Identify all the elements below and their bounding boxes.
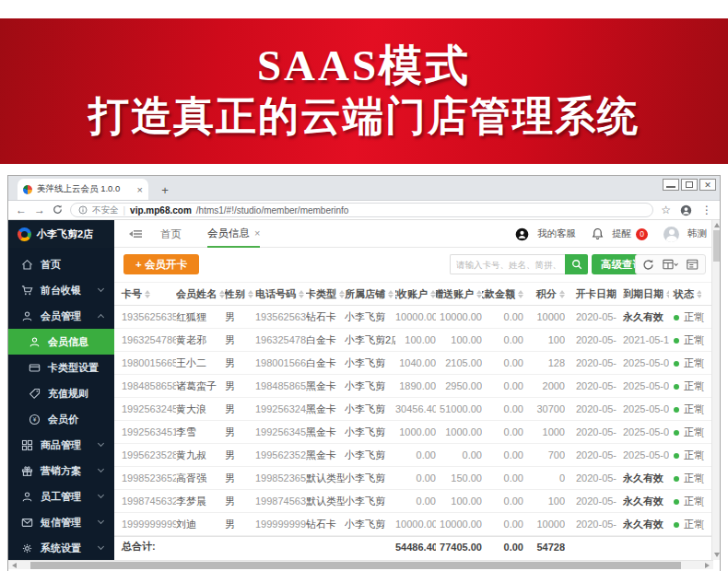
table-row[interactable]: 19800156652王小二男19800156652白金卡小李飞剪1040.00… <box>114 352 713 375</box>
profile-icon[interactable] <box>680 204 692 216</box>
bookmark-star-icon[interactable]: ☆ <box>661 204 671 216</box>
reload-icon[interactable] <box>53 204 63 216</box>
column-header-card-type[interactable]: 卡类型 <box>306 287 345 301</box>
close-icon[interactable]: ✕ <box>699 179 716 191</box>
sidebar-item-marketing[interactable]: 营销方案 <box>8 458 114 484</box>
column-header-name[interactable]: 会员姓名 <box>176 287 225 301</box>
tab-close-icon[interactable]: × <box>137 184 143 195</box>
cell-phone: 19985236523 <box>255 472 306 484</box>
vertical-scrollbar[interactable] <box>711 220 720 560</box>
row-action-clipped: [ <box>701 381 710 391</box>
url-bar[interactable]: 不安全 | vip.mp68.com/htms1/#!/studio/membe… <box>70 203 653 217</box>
cell-points: 0 <box>523 472 565 484</box>
table-row[interactable]: 19848586585诸葛蛮子男19848586585黑金卡小李飞剪1890.0… <box>114 375 713 398</box>
cell-points: 2000 <box>523 380 565 391</box>
table-row[interactable]: 19985236523高胥强男19985236523默认类型小李飞剪0.0015… <box>114 467 713 490</box>
column-header-open-date[interactable]: 开卡日期 <box>565 287 616 301</box>
table-row[interactable]: 19925632456黄大浪男19925632456黑金卡小李飞剪30456.4… <box>114 398 713 421</box>
column-header-points[interactable]: 积分 <box>523 287 565 301</box>
vertical-scroll-thumb[interactable] <box>713 230 720 262</box>
status-label: 正常 <box>684 311 701 322</box>
cell-store: 小李飞剪 <box>345 379 395 393</box>
tab-home[interactable]: 首页 <box>160 220 182 248</box>
refresh-icon[interactable] <box>642 259 654 271</box>
sidebar-item-settings[interactable]: 系统设置 <box>8 535 114 561</box>
column-header-gift[interactable]: 赠送账户 <box>436 287 482 301</box>
table-row[interactable]: 19999999999刘迪男19999999999钻石卡小李飞剪10000.00… <box>114 513 713 536</box>
tab-member-info[interactable]: 会员信息 × <box>207 220 260 248</box>
column-header-debt[interactable]: 欠款金额 <box>482 287 523 301</box>
cell-phone: 19800156652 <box>255 357 306 368</box>
cell-card-type: 默认类型 <box>306 495 345 508</box>
back-icon[interactable]: ← <box>16 204 27 216</box>
sidebar-item-member-mgmt[interactable]: 会员管理 <box>8 303 114 329</box>
user-name[interactable]: 韩测 <box>687 227 707 240</box>
column-header-expire-date[interactable]: 到期日期 <box>616 287 669 301</box>
table-tools <box>635 254 706 274</box>
sidebar-collapse-icon[interactable] <box>128 227 143 240</box>
layout-icon[interactable] <box>687 259 699 271</box>
cell-status: 正常 <box>669 425 701 439</box>
notice-label[interactable]: 提醒 <box>612 227 631 240</box>
sidebar-item-staff[interactable]: 员工管理 <box>8 484 114 509</box>
bell-icon[interactable] <box>592 227 604 240</box>
column-header-status[interactable]: 状态 <box>669 287 701 301</box>
scroll-up-icon[interactable] <box>714 223 720 227</box>
customer-service-icon[interactable] <box>515 227 529 241</box>
sidebar-item-member-price[interactable]: ¥会员价 <box>8 406 114 432</box>
column-header-phone[interactable]: 电话号码 <box>255 287 306 301</box>
search-button[interactable] <box>565 254 588 274</box>
user-avatar[interactable] <box>663 227 679 242</box>
forward-icon[interactable]: → <box>34 204 45 216</box>
table-row[interactable]: 19925634512李雪男19925634512黑金卡小李飞剪1000.001… <box>114 421 713 444</box>
browser-menu-icon[interactable]: ⋮ <box>701 204 712 216</box>
search-input[interactable] <box>450 254 565 274</box>
cell-phone: 19999999999 <box>255 519 306 530</box>
cell-gender: 男 <box>225 356 255 370</box>
sidebar-item-card-type[interactable]: 卡类型设置 <box>8 355 114 380</box>
table-row[interactable]: 19632547869黄老邪男19632547869白金卡小李飞剪2店100.0… <box>114 329 713 352</box>
sort-icon[interactable] <box>145 290 150 298</box>
sort-icon[interactable] <box>248 290 253 298</box>
tab-close-icon[interactable]: × <box>254 227 260 239</box>
cell-name: 李雪 <box>176 425 225 439</box>
column-header-gender[interactable]: 性别 <box>225 287 255 301</box>
customer-service-label[interactable]: 我的客服 <box>537 227 576 240</box>
column-header-card-no[interactable]: 卡号 <box>114 287 176 301</box>
sort-icon[interactable] <box>388 290 393 298</box>
column-header-label: 状态 <box>674 287 694 301</box>
row-action-clipped: [ <box>701 404 710 414</box>
new-tab-button[interactable]: + <box>158 183 172 197</box>
horizontal-scrollbar[interactable] <box>8 560 713 569</box>
sidebar-item-home[interactable]: 首页 <box>8 251 114 277</box>
cell-paid: 1000.00 <box>395 426 436 437</box>
sidebar-item-label: 会员信息 <box>48 335 88 349</box>
cell-card-no: 19987456325 <box>114 495 176 507</box>
maximize-icon[interactable] <box>681 179 698 191</box>
sidebar-item-member-info[interactable]: 会员信息 <box>8 329 114 355</box>
sidebar-item-goods[interactable]: 商品管理 <box>8 432 114 458</box>
table-row[interactable]: 19356256357红狐狸男19356256357钻石卡小李飞剪10000.0… <box>114 306 713 329</box>
cell-name: 黄九叔 <box>176 449 225 462</box>
column-header-store[interactable]: 所属店铺 <box>345 287 395 301</box>
column-header-paid[interactable]: 实收账户 <box>395 287 436 301</box>
store-logo-block: 小李飞剪2店 <box>8 220 114 248</box>
browser-tab[interactable]: 美萍线上云会员 1.0.0 × <box>18 179 148 200</box>
scroll-left-icon[interactable] <box>12 563 17 568</box>
scroll-down-icon[interactable] <box>714 553 720 557</box>
new-member-card-button[interactable]: + 会员开卡 <box>123 254 199 274</box>
sort-icon[interactable] <box>697 290 701 298</box>
window-controls: ✕ <box>663 179 716 191</box>
cell-card-type: 白金卡 <box>306 333 345 347</box>
minimize-icon[interactable] <box>663 179 679 191</box>
sidebar-item-sms[interactable]: 短信管理 <box>8 509 114 535</box>
sidebar-item-recharge-rule[interactable]: 充值规则 <box>8 380 114 406</box>
table-row[interactable]: 19956235285黄九叔男19956235285黑金卡小李飞剪0.000.0… <box>114 444 713 467</box>
horizontal-scroll-thumb[interactable] <box>30 562 681 569</box>
cell-store: 小李飞剪 <box>345 472 395 485</box>
columns-icon[interactable] <box>663 259 678 271</box>
table-row[interactable]: 19987456325李梦晨男19987456325默认类型小李飞剪0.0010… <box>114 490 713 513</box>
sort-icon[interactable] <box>299 290 304 298</box>
scroll-right-icon[interactable] <box>705 563 710 568</box>
sidebar-item-cashier[interactable]: 前台收银 <box>8 277 114 303</box>
